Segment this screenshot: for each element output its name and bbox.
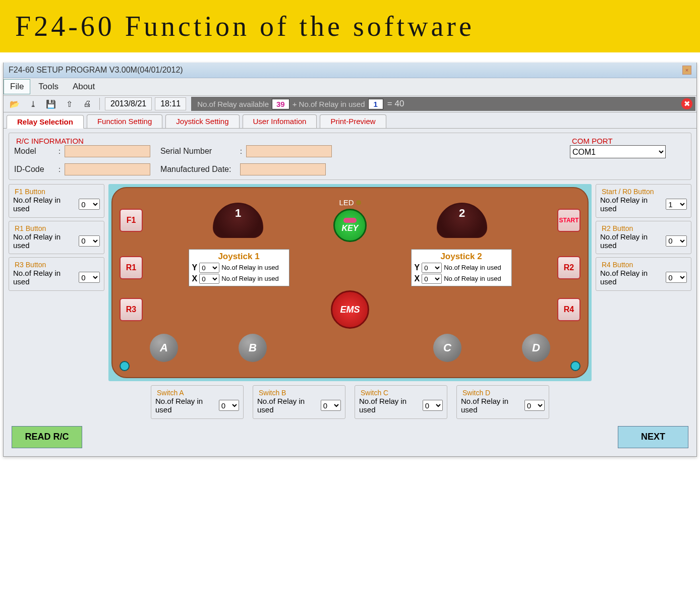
- f1-button[interactable]: F1: [120, 209, 143, 232]
- r2-relay-select[interactable]: 0: [666, 235, 687, 247]
- close-icon[interactable]: ×: [682, 66, 691, 75]
- model-label: Model: [14, 147, 54, 156]
- start-box: Start / R0 Button No.of Relay in used 1: [596, 184, 691, 218]
- f1-relay-select[interactable]: 0: [79, 199, 100, 210]
- switch-a-select[interactable]: 0: [219, 400, 239, 411]
- rc-info-box: R/C INFORMATION Model: Serial Number: I: [9, 133, 691, 180]
- switch-c-box: Switch C No.of Relay in used 0: [355, 385, 447, 419]
- led-label: LED: [339, 198, 361, 207]
- r2-box: R2 Button No.of Relay in used 0: [596, 221, 691, 255]
- r3-button[interactable]: R3: [120, 298, 143, 321]
- r1-button[interactable]: R1: [120, 256, 143, 279]
- save-icon[interactable]: 💾: [44, 98, 58, 110]
- mfg-label: Manufactured Date:: [160, 165, 236, 174]
- model-input[interactable]: [65, 145, 150, 157]
- toolbar-time: 18:11: [155, 97, 186, 110]
- switch-d-select[interactable]: 0: [524, 400, 545, 411]
- r1-relay-select[interactable]: 0: [79, 235, 100, 247]
- r4-button[interactable]: R4: [557, 298, 580, 321]
- relay-used-label: + No.of Relay in used: [289, 99, 368, 109]
- mfg-input[interactable]: [240, 163, 326, 175]
- tab-print-preview[interactable]: Print-Preview: [320, 114, 386, 128]
- serial-input[interactable]: [246, 145, 332, 157]
- switch-c-knob[interactable]: C: [433, 334, 461, 362]
- joystick-1-knob[interactable]: 1: [213, 203, 263, 238]
- idcode-label: ID-Code: [14, 165, 54, 174]
- joystick-2-panel: Joystick 2 Y 0 No.of Relay in used X 0 N…: [411, 249, 512, 286]
- joystick-2-knob[interactable]: 2: [437, 203, 487, 238]
- comport-legend: COM PORT: [570, 137, 615, 145]
- switch-row: Switch A No.of Relay in used 0 Switch B …: [9, 385, 691, 419]
- switch-a-knob[interactable]: A: [150, 334, 178, 362]
- panel-body: R/C INFORMATION Model: Serial Number: I: [4, 129, 696, 456]
- relay-used-value: 1: [368, 99, 383, 109]
- tab-relay-selection[interactable]: Relay Selection: [7, 115, 84, 129]
- tab-function-setting[interactable]: Function Setting: [87, 114, 162, 128]
- window-titlebar: F24-60 SETUP PROGRAM V3.00M(04/01/2012) …: [4, 63, 696, 78]
- switch-b-box: Switch B No.of Relay in used 0: [253, 385, 345, 419]
- joy2-y-select[interactable]: 0: [422, 263, 442, 273]
- upload-icon[interactable]: ⇧: [62, 98, 76, 110]
- toolbar-date: 2013/8/21: [105, 97, 152, 110]
- start-relay-select[interactable]: 1: [666, 199, 687, 210]
- serial-label: Serial Number: [160, 147, 236, 156]
- joy1-x-select[interactable]: 0: [199, 274, 219, 284]
- idcode-input[interactable]: [65, 163, 150, 175]
- r4-box: R4 Button No.of Relay in used 0: [596, 257, 691, 291]
- r1-box: R1 Button No.of Relay in used 0: [9, 221, 104, 255]
- next-button[interactable]: NEXT: [618, 426, 688, 448]
- tab-joystick-setting[interactable]: Joystick Setting: [165, 114, 239, 128]
- window-title: F24-60 SETUP PROGRAM V3.00M(04/01/2012): [9, 66, 183, 75]
- toolbar: 📂 ⤓ 💾 ⇧ 🖨 2013/8/21 18:11 No.of Relay av…: [4, 96, 696, 112]
- app-window: F24-60 SETUP PROGRAM V3.00M(04/01/2012) …: [3, 63, 697, 457]
- page-header: F24-60 Function of the software: [0, 0, 700, 52]
- download-icon[interactable]: ⤓: [26, 98, 40, 110]
- read-rc-button[interactable]: READ R/C: [12, 426, 82, 448]
- r2-button[interactable]: R2: [557, 256, 580, 279]
- joy2-x-select[interactable]: 0: [422, 274, 442, 284]
- r3-box: R3 Button No.of Relay in used 0: [9, 257, 104, 291]
- relay-total: = 40: [383, 99, 409, 109]
- switch-a-box: Switch A No.of Relay in used 0: [151, 385, 244, 419]
- tab-user-information[interactable]: User Infomation: [243, 114, 317, 128]
- print-icon[interactable]: 🖨: [80, 98, 94, 110]
- menubar: File Tools About: [4, 78, 696, 96]
- left-column: F1 Button No.of Relay in used 0 R1 Butto…: [9, 184, 104, 291]
- switch-d-box: Switch D No.of Relay in used 0: [456, 385, 549, 419]
- key-switch[interactable]: KEY: [333, 209, 367, 242]
- menu-tools[interactable]: Tools: [32, 80, 65, 94]
- menu-about[interactable]: About: [67, 80, 101, 94]
- ems-button[interactable]: EMS: [331, 290, 369, 329]
- joystick-1-panel: Joystick 1 Y 0 No.of Relay in used X 0 N…: [189, 249, 289, 286]
- rc-info-legend: R/C INFORMATION: [14, 137, 86, 145]
- device-panel: F1 1 LED KEY 2 START R1 Joystick 1: [108, 184, 592, 381]
- start-button[interactable]: START: [557, 209, 580, 232]
- right-column: Start / R0 Button No.of Relay in used 1 …: [596, 184, 691, 291]
- action-row: READ R/C NEXT: [9, 426, 691, 448]
- led-icon: [356, 200, 361, 205]
- switch-d-knob[interactable]: D: [522, 334, 550, 362]
- switch-b-select[interactable]: 0: [321, 400, 341, 411]
- switch-b-knob[interactable]: B: [239, 334, 267, 362]
- tab-bar: Relay Selection Function Setting Joystic…: [4, 112, 696, 129]
- menu-file[interactable]: File: [4, 79, 30, 94]
- switch-c-select[interactable]: 0: [423, 400, 443, 411]
- comport-select[interactable]: COM1: [570, 145, 666, 158]
- relay-available-label: No.of Relay available: [194, 99, 272, 109]
- f1-box: F1 Button No.of Relay in used 0: [9, 184, 104, 218]
- page-title: F24-60 Function of the software: [15, 10, 685, 42]
- r3-relay-select[interactable]: 0: [79, 272, 100, 283]
- joy1-y-select[interactable]: 0: [199, 263, 219, 273]
- open-icon[interactable]: 📂: [8, 98, 22, 110]
- relay-strip: No.of Relay available 39 + No.of Relay i…: [191, 97, 695, 111]
- relay-available-value: 39: [272, 99, 289, 109]
- r4-relay-select[interactable]: 0: [666, 272, 687, 283]
- stop-icon[interactable]: ✖: [681, 98, 692, 109]
